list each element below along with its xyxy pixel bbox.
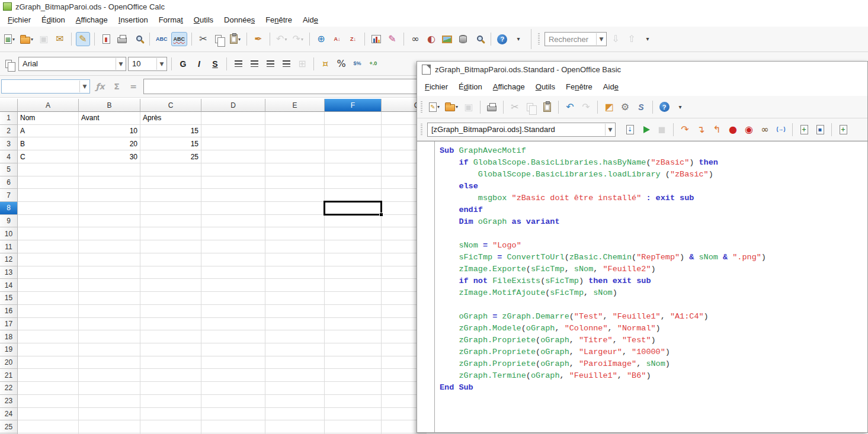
cell-A14[interactable]	[18, 279, 79, 292]
cell-A17[interactable]	[18, 318, 79, 331]
step-out-button[interactable]: ↰	[710, 123, 724, 137]
row-header-21[interactable]: 21	[0, 369, 18, 382]
column-header-E[interactable]: E	[265, 99, 325, 112]
row-header-17[interactable]: 17	[0, 318, 18, 331]
autospellcheck-button[interactable]: ABC	[171, 32, 188, 46]
cell-A23[interactable]	[18, 395, 79, 408]
cell-D17[interactable]	[201, 318, 265, 331]
cell-C16[interactable]	[140, 305, 201, 318]
row-header-16[interactable]: 16	[0, 305, 18, 318]
cell-B15[interactable]	[79, 292, 140, 305]
column-header-A[interactable]: A	[18, 99, 79, 112]
function-wizard-icon[interactable]: ƒx	[94, 82, 107, 91]
open-document-button[interactable]: ▾	[443, 100, 460, 114]
print-button[interactable]	[115, 32, 129, 46]
cell-E6[interactable]	[265, 176, 325, 189]
objects-button[interactable]: ◩	[602, 100, 616, 114]
cell-C24[interactable]	[140, 408, 201, 421]
cell-E12[interactable]	[265, 253, 325, 266]
cell-E7[interactable]	[265, 189, 325, 202]
cell-A22[interactable]	[18, 382, 79, 395]
run-button[interactable]	[639, 123, 653, 137]
cell-B23[interactable]	[79, 395, 140, 408]
menu-affichage[interactable]: Affichage	[71, 13, 113, 27]
cell-F7[interactable]	[325, 189, 382, 202]
cell-D7[interactable]	[201, 189, 265, 202]
cell-F1[interactable]	[325, 112, 382, 125]
cell-B7[interactable]	[79, 189, 140, 202]
cell-F14[interactable]	[325, 279, 382, 292]
cell-E20[interactable]	[265, 356, 325, 369]
cell-B22[interactable]	[79, 382, 140, 395]
cell-B6[interactable]	[79, 176, 140, 189]
cell-E1[interactable]	[265, 112, 325, 125]
new-document-button[interactable]: ▦▾	[2, 32, 17, 46]
cell-C25[interactable]	[140, 420, 201, 433]
cell-D16[interactable]	[201, 305, 265, 318]
cell-C22[interactable]	[140, 382, 201, 395]
align-justify-button[interactable]	[279, 57, 293, 71]
cell-E10[interactable]	[265, 227, 325, 240]
sum-icon[interactable]: Σ	[110, 82, 123, 91]
cell-D23[interactable]	[201, 395, 265, 408]
edit-mode-button[interactable]: ✎	[76, 32, 90, 46]
email-document-button[interactable]: ✉	[53, 32, 67, 46]
breakpoint-margin[interactable]	[417, 142, 435, 432]
spellcheck-button[interactable]: ABC	[154, 32, 169, 46]
toolbar-options-button[interactable]: ▾	[673, 100, 687, 114]
enable-watch-button[interactable]: ∞	[758, 123, 772, 137]
paste-button[interactable]	[540, 100, 554, 114]
cell-A1[interactable]: Nom	[18, 112, 79, 125]
insert-chart-button[interactable]	[369, 32, 383, 46]
help-button[interactable]: ?	[495, 32, 510, 46]
cell-D11[interactable]	[201, 240, 265, 253]
row-header-24[interactable]: 24	[0, 408, 18, 421]
cell-D6[interactable]	[201, 176, 265, 189]
cell-D1[interactable]	[201, 112, 265, 125]
cell-D5[interactable]	[201, 163, 265, 176]
cell-E24[interactable]	[265, 408, 325, 421]
code-editor[interactable]: Sub GraphAvecMotif if GlobalScope.BasicL…	[435, 142, 867, 432]
insert-module-button[interactable]: +	[797, 123, 811, 137]
cell-B14[interactable]	[79, 279, 140, 292]
cell-D20[interactable]	[201, 356, 265, 369]
cell-A11[interactable]	[18, 240, 79, 253]
row-header-12[interactable]: 12	[0, 253, 18, 266]
procedure-step-button[interactable]: ↷	[678, 123, 692, 137]
cell-C8[interactable]	[140, 202, 201, 215]
cell-A21[interactable]	[18, 369, 79, 382]
cell-E4[interactable]	[265, 150, 325, 163]
print-button[interactable]	[485, 100, 499, 114]
cell-F23[interactable]	[325, 395, 382, 408]
cell-C3[interactable]: 15	[140, 137, 201, 150]
cell-F17[interactable]	[325, 318, 382, 331]
cell-A4[interactable]: C	[18, 150, 79, 163]
align-center-button[interactable]	[247, 57, 261, 71]
row-header-4[interactable]: 4	[0, 150, 18, 163]
cell-B20[interactable]	[79, 356, 140, 369]
cell-C2[interactable]: 15	[140, 125, 201, 138]
cell-D24[interactable]	[201, 408, 265, 421]
italic-button[interactable]: I	[192, 57, 206, 71]
cell-C12[interactable]	[140, 253, 201, 266]
cell-A8[interactable]	[18, 202, 79, 215]
menu-fichier[interactable]: Fichier	[2, 13, 36, 27]
cell-C6[interactable]	[140, 176, 201, 189]
save-basic-button[interactable]: ▪	[813, 123, 827, 137]
menu-fenetre[interactable]: Fenêtre	[260, 13, 297, 27]
name-box-dropdown-icon[interactable]: ▼	[79, 81, 89, 92]
find-toolbar-options-button[interactable]: ▾	[640, 32, 655, 46]
cell-A9[interactable]	[18, 215, 79, 228]
row-header-5[interactable]: 5	[0, 163, 18, 176]
cell-B17[interactable]	[79, 318, 140, 331]
breakpoint-button[interactable]: ●	[726, 123, 740, 137]
toolbar-options-button[interactable]: ▾	[511, 32, 526, 46]
align-left-button[interactable]	[231, 57, 245, 71]
cell-C11[interactable]	[140, 240, 201, 253]
cell-B1[interactable]: Avant	[79, 112, 140, 125]
cell-C5[interactable]	[140, 163, 201, 176]
cell-C13[interactable]	[140, 266, 201, 279]
library-combo[interactable]: [zGraph_BitmapParoi.ods].Standard▼	[427, 123, 616, 137]
row-header-8[interactable]: 8	[0, 202, 18, 215]
cut-button[interactable]: ✂	[196, 32, 210, 46]
